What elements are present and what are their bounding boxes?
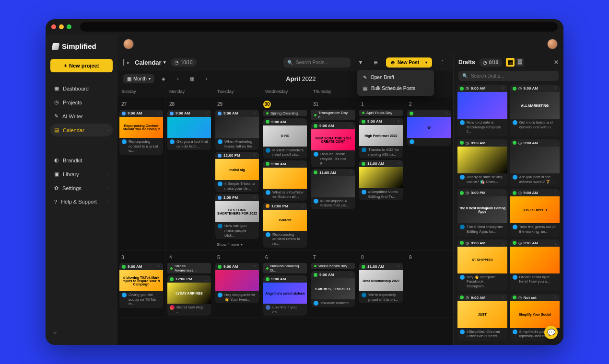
day-cell[interactable]: 2 ⋮ W — [405, 97, 453, 250]
user-avatar[interactable] — [123, 39, 134, 49]
drafts-list-view[interactable]: ☰ — [515, 58, 524, 67]
post-card[interactable]: 9:00 AM ⋮ Angeline's sweet sixteen Like … — [263, 275, 307, 316]
card-more-icon[interactable]: ⋮ — [445, 111, 448, 115]
new-post-button[interactable]: ⊕ New Post ▾ — [386, 57, 432, 68]
card-more-icon[interactable]: ⋮ — [301, 204, 304, 208]
post-card[interactable]: 11:00 AM ⋮ Best Relationship 2022 We're … — [359, 263, 403, 303]
dropdown-open-draft[interactable]: ✎ Open Draft — [359, 72, 432, 83]
next-month[interactable]: › — [201, 73, 212, 84]
chevron-down-icon[interactable]: ▾ — [164, 60, 166, 65]
card-more-icon[interactable]: ⋮ — [553, 141, 557, 145]
post-card[interactable]: 3:59 PM ⋮ BEST LINK SHORTENERS FOR 2022 … — [215, 194, 259, 239]
card-more-icon[interactable]: ⋮ — [553, 241, 557, 245]
more-icon[interactable]: ⋮ — [437, 57, 447, 68]
day-cell[interactable]: 5 9:00 AM ⋮ Hey #copywriters! 👋 Your twe… — [213, 250, 261, 318]
draft-card[interactable]: ◷ 9:00 AM ⋮ ST SHIPPED! Hey 👋 Integrate … — [457, 239, 507, 291]
post-card[interactable]: 9:00 AM ⋮ d-blowing TikTok Mark mples to… — [119, 263, 163, 308]
event-tag[interactable]: Stress Awareness... — [167, 263, 211, 273]
post-counter[interactable]: ◔ 10/10 — [171, 58, 197, 67]
post-card[interactable]: 11:00 AM ⋮ #JustShipped A feature that j… — [311, 169, 355, 209]
event-tag[interactable]: April Fools Day — [359, 110, 403, 116]
event-tag[interactable]: Spring Cleaning — [263, 110, 307, 116]
sidebar-item-settings[interactable]: ✿Settings› — [50, 182, 113, 194]
collapse-sidebar[interactable]: « — [50, 326, 113, 339]
post-card[interactable]: 9:00 AM ⋮ High Performer 2022 Thanks to … — [359, 118, 403, 158]
draft-card[interactable]: ◷ 3:00 PM ⋮ The 6 Best Instagram Editing… — [457, 189, 507, 236]
drafts-grid-view[interactable]: ▦ — [506, 58, 515, 67]
calendar-scroll[interactable]: SundayMondayTuesdayWednesdayThursdayFrid… — [117, 86, 453, 345]
sidebar-item-ai-writer[interactable]: ✎AI Writer — [50, 110, 113, 123]
card-more-icon[interactable]: ⋮ — [157, 264, 161, 269]
card-more-icon[interactable]: ⋮ — [253, 153, 257, 158]
event-tag[interactable]: Transgender Day o... — [311, 110, 355, 120]
post-card[interactable]: 9:00 AM ⋮ O HO Modern marketers need scr… — [263, 118, 307, 159]
card-more-icon[interactable]: ⋮ — [501, 241, 505, 245]
drafts-search-input[interactable] — [471, 73, 555, 79]
drafts-close[interactable]: ✕ — [554, 59, 559, 66]
post-card[interactable]: 9:00 AM ⋮ Repurposing Content Should You… — [119, 110, 163, 155]
today-button[interactable]: ▦ — [187, 73, 198, 84]
sidebar-item-calendar[interactable]: ▤Calendar› — [50, 124, 113, 136]
card-more-icon[interactable]: ⋮ — [349, 171, 352, 175]
post-card[interactable]: 9:00 AM ⋮ Hey #copywriters! 👋 Your twee.… — [215, 263, 259, 303]
window-close[interactable] — [51, 24, 56, 29]
drafts-grid[interactable]: ◷ 9:00 AM ⋮ How to create a technology t… — [454, 85, 563, 345]
card-more-icon[interactable]: ⋮ — [553, 296, 557, 300]
draft-card[interactable]: ◷ 9:00 AM ⋮ Ready to start selling onlin… — [457, 139, 507, 186]
card-more-icon[interactable]: ⋮ — [397, 161, 400, 166]
draft-card[interactable]: ◷ 9:01 AM ⋮ Dream Team right here! Now y… — [510, 239, 560, 291]
dropdown-bulk-schedule[interactable]: ▤ Bulk Schedule Posts — [359, 83, 432, 94]
card-more-icon[interactable]: ⋮ — [397, 119, 400, 124]
card-more-icon[interactable]: ⋮ — [501, 141, 505, 145]
url-bar[interactable] — [80, 22, 558, 32]
new-post-dropdown-toggle[interactable]: ▾ — [422, 60, 430, 65]
post-card[interactable]: 9:00 AM ⋮ Get you a tool that can do bot… — [167, 110, 211, 150]
window-maximize[interactable] — [67, 24, 71, 29]
post-card[interactable]: ⋮ W — [407, 110, 451, 146]
card-more-icon[interactable]: ⋮ — [157, 111, 161, 115]
card-more-icon[interactable]: ⋮ — [553, 86, 557, 91]
card-more-icon[interactable]: ⋮ — [205, 277, 209, 281]
target-icon[interactable]: ◈ — [158, 73, 169, 84]
filter-icon[interactable]: ▼ — [355, 57, 366, 68]
post-card[interactable]: 11:00 AM ⋮ #Simplified Video Editing And… — [359, 160, 403, 200]
brand-logo[interactable]: Simplified — [50, 40, 113, 56]
window-minimize[interactable] — [59, 24, 64, 29]
card-more-icon[interactable]: ⋮ — [253, 111, 257, 115]
day-cell[interactable]: 6National Walking D... 9:00 AM ⋮ Angelin… — [261, 250, 309, 318]
view-month-toggle[interactable]: ▦ Month ▾ — [123, 74, 154, 83]
day-cell[interactable]: 1April Fools Day 9:00 AM ⋮ High Performe… — [357, 97, 405, 250]
day-cell[interactable]: 4Stress Awareness... 12:00 PM ⋮ LYDAY AR… — [165, 250, 213, 318]
draft-card[interactable]: ◷ 9:00 AM ⋮ JUST #Simplified Chrome Exte… — [457, 294, 507, 341]
panel-toggle-icon[interactable]: ▎▸ — [123, 59, 130, 66]
card-more-icon[interactable]: ⋮ — [397, 264, 400, 269]
post-card[interactable]: 9:00 AM ⋮ When Marketing teams tell us t… — [215, 110, 259, 150]
day-cell[interactable]: 27 9:00 AM ⋮ Repurposing Content Should … — [117, 97, 165, 250]
day-cell[interactable]: 30Spring Cleaning 9:00 AM ⋮ O HO Modern … — [261, 97, 309, 250]
post-card[interactable]: 12:00 PM ⋮ LYDAY ARRINGS Brand new drop … — [167, 275, 211, 316]
draft-card[interactable]: ◷ 9:00 AM ⋮ JUST SHIPPED Take the guess … — [510, 189, 560, 236]
post-card[interactable]: 9:00 AM ⋮ S MEMES, LESS SELF Valuable co… — [311, 271, 355, 307]
sidebar-item-projects[interactable]: ◷Projects — [50, 96, 113, 109]
new-project-button[interactable]: + New project — [50, 59, 113, 72]
draft-card[interactable]: ◷ 9:00 AM ⋮ ALL MARKETING Get more leads… — [510, 85, 560, 136]
card-more-icon[interactable]: ⋮ — [301, 277, 304, 281]
search-posts[interactable]: 🔍 — [283, 57, 351, 68]
sidebar-item-library[interactable]: ▣Library› — [50, 168, 113, 181]
drafts-counter[interactable]: ◔ 0/10 — [479, 58, 502, 67]
post-card[interactable]: 12:00 PM ⋮ malist sig 4 Simple Tricks to… — [215, 152, 259, 192]
sidebar-item-brandkit[interactable]: ◐Brandkit — [50, 154, 113, 167]
day-cell[interactable]: 8 11:00 AM ⋮ Best Relationship 2022 We'r… — [357, 250, 405, 318]
card-more-icon[interactable]: ⋮ — [349, 124, 352, 128]
prev-month[interactable]: ‹ — [173, 73, 183, 84]
sidebar-item-help-&-support[interactable]: ?Help & Support› — [50, 195, 113, 208]
card-more-icon[interactable]: ⋮ — [501, 296, 505, 300]
search-input[interactable] — [296, 60, 347, 65]
card-more-icon[interactable]: ⋮ — [301, 120, 304, 124]
card-more-icon[interactable]: ⋮ — [205, 111, 209, 115]
card-more-icon[interactable]: ⋮ — [553, 191, 557, 195]
card-more-icon[interactable]: ⋮ — [501, 191, 505, 195]
day-cell[interactable]: 9 — [405, 250, 453, 318]
post-card[interactable]: 9:00 AM ⋮ ROM SCRA TIME YOU CREATE CONT … — [311, 122, 355, 167]
user-avatar-right[interactable] — [547, 39, 558, 49]
